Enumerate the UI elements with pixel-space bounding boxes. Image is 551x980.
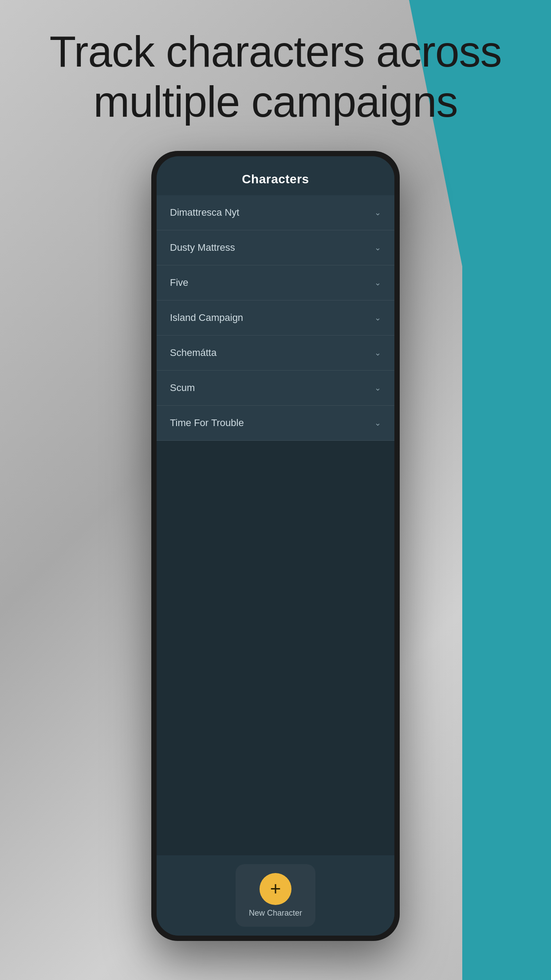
chevron-icon-2: ⌄ (374, 243, 381, 253)
character-name-7: Time For Trouble (170, 417, 244, 429)
characters-list: Dimattresca Nyt ⌄ Dusty Mattress ⌄ Five … (157, 195, 394, 526)
app-header-title: Characters (242, 172, 309, 186)
character-name-6: Scum (170, 382, 195, 394)
new-character-plus-icon: + (260, 873, 291, 905)
hero-title: Track characters across multiple campaig… (27, 27, 524, 126)
bottom-bar: + New Character (157, 855, 394, 936)
character-name-2: Dusty Mattress (170, 242, 235, 253)
chevron-icon-5: ⌄ (374, 348, 381, 358)
new-character-button[interactable]: + New Character (236, 864, 315, 927)
character-item-5[interactable]: Schemátta ⌄ (157, 336, 394, 371)
app-header: Characters (157, 156, 394, 195)
character-name-1: Dimattresca Nyt (170, 207, 239, 218)
empty-area (157, 526, 394, 856)
character-item-6[interactable]: Scum ⌄ (157, 371, 394, 406)
character-name-4: Island Campaign (170, 312, 243, 324)
chevron-icon-4: ⌄ (374, 313, 381, 323)
character-item-2[interactable]: Dusty Mattress ⌄ (157, 230, 394, 265)
phone-screen: Characters Dimattresca Nyt ⌄ Dusty Mattr… (157, 156, 394, 936)
character-item-4[interactable]: Island Campaign ⌄ (157, 300, 394, 336)
new-character-label: New Character (249, 909, 302, 918)
chevron-icon-1: ⌄ (374, 208, 381, 217)
hero-section: Track characters across multiple campaig… (0, 27, 551, 126)
phone-frame: Characters Dimattresca Nyt ⌄ Dusty Mattr… (151, 151, 400, 941)
background-teal (462, 0, 551, 980)
character-name-5: Schemátta (170, 347, 216, 359)
character-item-7[interactable]: Time For Trouble ⌄ (157, 406, 394, 441)
character-item-1[interactable]: Dimattresca Nyt ⌄ (157, 195, 394, 230)
chevron-icon-3: ⌄ (374, 278, 381, 288)
character-item-3[interactable]: Five ⌄ (157, 265, 394, 300)
chevron-icon-7: ⌄ (374, 418, 381, 428)
character-name-3: Five (170, 277, 189, 288)
chevron-icon-6: ⌄ (374, 383, 381, 393)
